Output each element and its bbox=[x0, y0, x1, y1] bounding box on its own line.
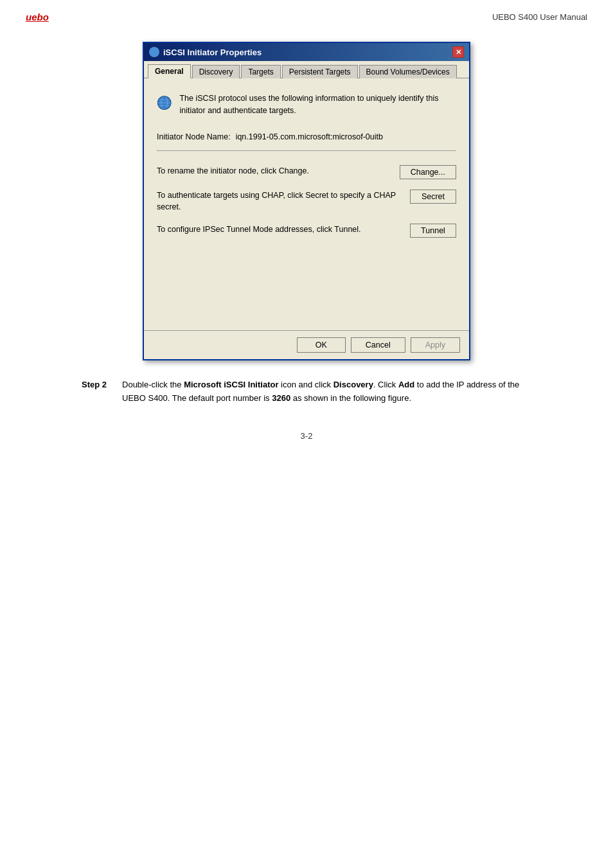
tab-general[interactable]: General bbox=[148, 64, 191, 78]
change-desc: To rename the initiator node, click Chan… bbox=[157, 165, 392, 177]
globe-icon bbox=[157, 93, 172, 113]
step-label: Step 2 bbox=[82, 378, 107, 405]
dialog-icon bbox=[149, 47, 159, 57]
ok-button[interactable]: OK bbox=[297, 337, 346, 353]
page-header: uebo UEBO S400 User Manual bbox=[0, 0, 613, 29]
secret-button[interactable]: Secret bbox=[410, 190, 456, 204]
node-name-value: iqn.1991-05.com.microsoft:microsof-0uitb bbox=[236, 132, 383, 141]
tunnel-button[interactable]: Tunnel bbox=[410, 224, 456, 238]
dialog-title-group: iSCSI Initiator Properties bbox=[149, 47, 262, 57]
step-bold-4: 3260 bbox=[272, 393, 290, 403]
action-row-secret: To authenticate targets using CHAP, clic… bbox=[157, 184, 456, 219]
iscsi-dialog: iSCSI Initiator Properties ✕ General Dis… bbox=[143, 42, 470, 360]
action-rows: To rename the initiator node, click Chan… bbox=[157, 160, 456, 244]
step-content: Double-click the Microsoft iSCSI Initiat… bbox=[122, 378, 531, 405]
page-body: iSCSI Initiator Properties ✕ General Dis… bbox=[0, 29, 613, 441]
tab-bound-volumes[interactable]: Bound Volumes/Devices bbox=[359, 65, 457, 78]
step-bold-1: Microsoft iSCSI Initiator bbox=[184, 380, 278, 389]
action-row-tunnel: To configure IPSec Tunnel Mode addresses… bbox=[157, 218, 456, 243]
change-button[interactable]: Change... bbox=[400, 165, 456, 179]
info-section: The iSCSI protocol uses the following in… bbox=[157, 89, 456, 121]
divider bbox=[157, 150, 456, 151]
step-bold-3: Add bbox=[398, 380, 414, 389]
dialog-titlebar: iSCSI Initiator Properties ✕ bbox=[144, 43, 469, 61]
manual-title: UEBO S400 User Manual bbox=[492, 12, 587, 22]
tunnel-desc: To configure IPSec Tunnel Mode addresses… bbox=[157, 224, 402, 236]
dialog-title: iSCSI Initiator Properties bbox=[163, 48, 262, 57]
step-section: Step 2 Double-click the Microsoft iSCSI … bbox=[82, 378, 531, 405]
apply-button[interactable]: Apply bbox=[411, 337, 460, 353]
tab-persistent-targets[interactable]: Persistent Targets bbox=[282, 65, 358, 78]
node-name-row: Initiator Node Name: iqn.1991-05.com.mic… bbox=[157, 132, 456, 141]
close-button[interactable]: ✕ bbox=[452, 46, 464, 58]
tab-discovery[interactable]: Discovery bbox=[192, 65, 240, 78]
secret-desc: To authenticate targets using CHAP, clic… bbox=[157, 190, 402, 214]
content-spacer bbox=[157, 243, 456, 320]
company-logo: uebo bbox=[26, 12, 49, 22]
node-name-label: Initiator Node Name: bbox=[157, 132, 231, 141]
dialog-content: The iSCSI protocol uses the following in… bbox=[144, 78, 469, 330]
step-bold-2: Discovery bbox=[333, 380, 373, 389]
tab-targets[interactable]: Targets bbox=[241, 65, 280, 78]
page-number: 3-2 bbox=[301, 431, 313, 441]
cancel-button[interactable]: Cancel bbox=[351, 337, 405, 353]
dialog-footer: OK Cancel Apply bbox=[144, 330, 469, 359]
info-text: The iSCSI protocol uses the following in… bbox=[179, 93, 456, 117]
action-row-change: To rename the initiator node, click Chan… bbox=[157, 160, 456, 184]
tabs-container: General Discovery Targets Persistent Tar… bbox=[144, 61, 469, 78]
